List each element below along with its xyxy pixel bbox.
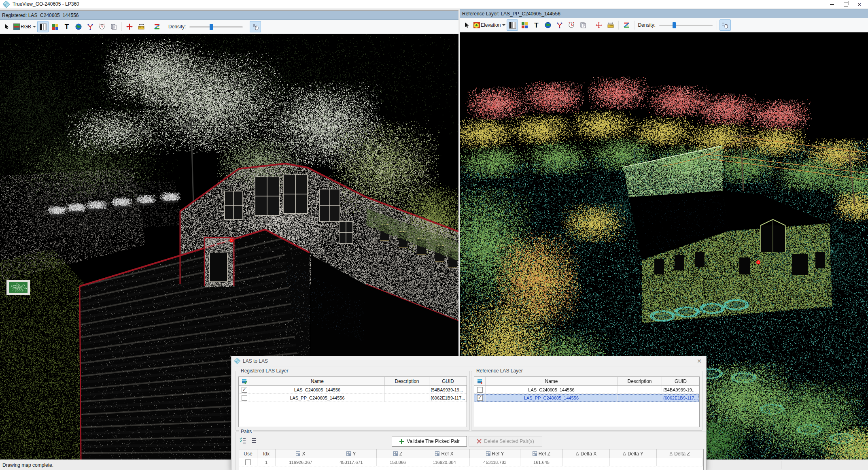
- unchecked-checkbox[interactable]: [245, 459, 251, 465]
- move-cross-icon: [596, 22, 602, 28]
- registered-viewer-header[interactable]: Registered: LAS_C240605_144556: [0, 11, 458, 20]
- lp360-logo-icon: [3, 1, 10, 8]
- checked-checkbox[interactable]: ✓: [242, 387, 247, 393]
- contrast-stretch-button[interactable]: [507, 19, 518, 31]
- minimize-button[interactable]: [825, 0, 839, 9]
- copy-view-button[interactable]: [108, 21, 119, 32]
- copy-view-button[interactable]: [578, 20, 588, 30]
- text-annotation-button[interactable]: T: [531, 20, 541, 30]
- density-slider-handle[interactable]: [210, 24, 213, 30]
- pairs-column-header[interactable]: Ref Y: [470, 449, 520, 458]
- table-header-row: Name Description GUID: [474, 377, 699, 386]
- measure-button[interactable]: [136, 21, 146, 32]
- geo-view-button[interactable]: [543, 20, 553, 30]
- pairs-column-header[interactable]: Y: [326, 449, 377, 458]
- select-tool-button[interactable]: [462, 20, 472, 30]
- density-slider[interactable]: [189, 23, 243, 30]
- toolbar-separator: [717, 21, 717, 30]
- pairs-column-header[interactable]: Use: [239, 449, 257, 458]
- dialog-close-button[interactable]: ✕: [696, 358, 703, 364]
- density-slider[interactable]: [659, 22, 713, 28]
- pan-button[interactable]: [594, 20, 604, 30]
- list-view-button[interactable]: [250, 437, 258, 447]
- mouse-icon: [722, 22, 728, 29]
- pairs-column-header[interactable]: Idx: [257, 449, 276, 458]
- mouse-mode-button[interactable]: [250, 21, 261, 32]
- guid-column-header[interactable]: GUID: [429, 377, 467, 385]
- pair-deltax-cell: --------------: [563, 458, 610, 466]
- measure-button[interactable]: [605, 20, 616, 30]
- profile-z-button[interactable]: [152, 21, 162, 32]
- mouse-mode-button[interactable]: [719, 19, 731, 31]
- table-row[interactable]: LAS_PP_C240605_144556 {6062E1B9-117...: [239, 394, 467, 402]
- dialog-title-bar[interactable]: LAS to LAS ✕: [231, 356, 706, 366]
- copy-icon: [110, 23, 117, 30]
- pan-button[interactable]: [124, 21, 135, 32]
- restore-button[interactable]: [839, 0, 853, 9]
- pairs-header-row: UseIdx X Y Z Ref X Ref Y Ref ZΔDelta XΔD…: [239, 449, 703, 458]
- table-row[interactable]: LAS_C240605_144556 {54BA9939-19...: [474, 386, 699, 394]
- reference-las-table[interactable]: Name Description GUID LAS_C240605_144556…: [474, 376, 700, 427]
- close-button[interactable]: ×: [853, 0, 866, 9]
- checked-checkbox[interactable]: ✓: [477, 395, 483, 401]
- pair-row[interactable]: 1 116926.367 453117.671 158.866 116920.8…: [239, 458, 703, 466]
- table-row[interactable]: ✓ LAS_PP_C240605_144556 {6062E1B9-117...: [474, 394, 699, 402]
- use-layer-cell: ✓: [474, 394, 486, 402]
- pairs-column-header[interactable]: ΔDelta X: [563, 449, 610, 458]
- live-view-button[interactable]: [566, 20, 577, 30]
- pairs-column-header[interactable]: ΔDelta Z: [657, 449, 702, 458]
- pairs-column-header[interactable]: Ref X: [419, 449, 470, 458]
- description-column-header[interactable]: Description: [618, 377, 662, 385]
- classification-display-button[interactable]: [50, 21, 60, 32]
- track-points-button[interactable]: [85, 21, 96, 32]
- pairs-table[interactable]: UseIdx X Y Z Ref X Ref Y Ref ZΔDelta XΔD…: [239, 449, 704, 470]
- pairs-column-header[interactable]: Ref Z: [520, 449, 563, 458]
- toolbar-separator: [591, 21, 591, 30]
- guid-column-header[interactable]: GUID: [662, 377, 699, 385]
- description-column-header[interactable]: Description: [385, 377, 429, 385]
- coordinate-icon: [533, 451, 537, 456]
- pairs-column-header[interactable]: X: [276, 449, 326, 458]
- density-slider-track: [659, 25, 713, 26]
- coordinate-icon: [296, 451, 300, 456]
- lp360-application-window: TrueView_GO-240605 - LP360 × Registered:…: [0, 0, 868, 470]
- live-view-button[interactable]: [97, 21, 107, 32]
- coordinate-icon: [435, 451, 439, 456]
- checklist-icon: [239, 437, 246, 444]
- reference-viewer-header[interactable]: Reference Layer: LAS_PP_C240605_144556: [460, 9, 868, 18]
- use-layer-cell: [474, 386, 486, 393]
- colorize-rgb-dropdown[interactable]: RGB: [13, 21, 36, 32]
- registered-viewer-toolbar: RGB T: [0, 20, 458, 34]
- colorize-label: Elevation: [481, 22, 501, 28]
- pairs-column-header[interactable]: Z: [377, 449, 419, 458]
- use-pair-cell: [239, 458, 257, 466]
- select-tool-button[interactable]: [2, 21, 12, 32]
- list-icon: [250, 437, 258, 444]
- track-points-button[interactable]: [554, 20, 565, 30]
- table-row[interactable]: ✓ LAS_C240605_144556 {54BA9939-19...: [239, 386, 467, 394]
- delete-selected-pairs-button[interactable]: Delete Selected Pair(s): [469, 436, 542, 447]
- checklist-view-button[interactable]: [239, 437, 246, 447]
- colorize-elevation-dropdown[interactable]: Elevation: [473, 20, 505, 30]
- pairs-column-header[interactable]: ΔDelta Y: [610, 449, 657, 458]
- delta-icon: Δ: [623, 451, 626, 457]
- layer-description-cell: [385, 386, 429, 393]
- layer-icon-column-header: [474, 377, 486, 385]
- profile-z-button[interactable]: [621, 20, 632, 30]
- unchecked-checkbox[interactable]: [477, 387, 483, 393]
- registered-las-table[interactable]: Name Description GUID ✓ LAS_C240605_1445…: [238, 376, 467, 427]
- rgb-colorize-icon: [13, 23, 20, 30]
- density-slider-handle[interactable]: [673, 22, 676, 28]
- geo-view-button[interactable]: [73, 21, 84, 32]
- layer-name-cell: LAS_PP_C240605_144556: [486, 394, 618, 402]
- unchecked-checkbox[interactable]: [242, 395, 247, 401]
- pairs-group: Pairs Validate The Picked Pair: [236, 432, 707, 470]
- validate-picked-pair-button[interactable]: Validate The Picked Pair: [392, 436, 467, 447]
- contrast-stretch-button[interactable]: [37, 21, 49, 32]
- name-column-header[interactable]: Name: [486, 377, 618, 385]
- classification-display-button[interactable]: [519, 20, 530, 30]
- delete-button-label: Delete Selected Pair(s): [484, 438, 534, 444]
- text-annotation-button[interactable]: T: [62, 21, 72, 32]
- name-column-header[interactable]: Name: [250, 377, 385, 385]
- cursor-icon: [464, 22, 470, 28]
